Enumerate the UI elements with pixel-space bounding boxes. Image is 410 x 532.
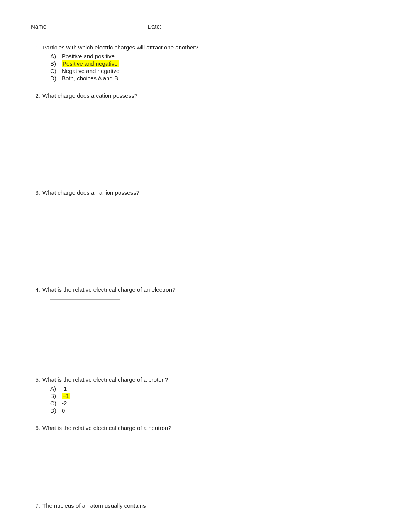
question-4-lines — [50, 296, 379, 300]
question-2: 2. What charge does a cation possess? — [31, 92, 379, 178]
question-4: 4. What is the relative electrical charg… — [31, 286, 379, 365]
question-1-number: 1. — [31, 44, 40, 51]
question-2-text: What charge does a cation possess? — [42, 92, 137, 99]
question-3-number: 3. — [31, 189, 40, 196]
name-label: Name: — [31, 23, 48, 30]
question-6-number: 6. — [31, 425, 40, 431]
choice-5d-label: D) — [50, 407, 59, 414]
question-2-stem: 2. What charge does a cation possess? — [31, 92, 379, 99]
date-label: Date: — [147, 23, 161, 30]
question-1-text: Particles with which electric charges wi… — [42, 44, 198, 51]
questions-container: 1. Particles with which electric charges… — [31, 44, 379, 509]
choice-1d: D) Both, choices A and B — [50, 75, 379, 82]
question-6-answer-space — [31, 433, 379, 491]
question-5-number: 5. — [31, 376, 40, 383]
choice-1b: B) Positive and negative — [50, 60, 379, 67]
choice-5a-label: A) — [50, 385, 59, 392]
question-7-stem: 7. The nucleus of an atom usually contai… — [31, 502, 379, 509]
choice-1d-text: Both, choices A and B — [62, 75, 118, 82]
question-6-stem: 6. What is the relative electrical charg… — [31, 425, 379, 431]
question-7: 7. The nucleus of an atom usually contai… — [31, 502, 379, 509]
question-5: 5. What is the relative electrical charg… — [31, 376, 379, 414]
choice-1b-label: B) — [50, 60, 59, 67]
date-field: Date: — [147, 23, 215, 30]
choice-1d-label: D) — [50, 75, 59, 82]
choice-5a: A) -1 — [50, 385, 379, 392]
question-1: 1. Particles with which electric charges… — [31, 44, 379, 82]
question-7-number: 7. — [31, 502, 40, 509]
question-1-stem: 1. Particles with which electric charges… — [31, 44, 379, 51]
question-5-choices: A) -1 B) +1 C) -2 D) 0 — [50, 385, 379, 414]
choice-5c-text: -2 — [62, 400, 67, 406]
question-6: 6. What is the relative electrical charg… — [31, 425, 379, 491]
choice-5d-text: 0 — [62, 407, 65, 414]
question-4-number: 4. — [31, 286, 40, 293]
answer-line-4a — [50, 296, 120, 296]
choice-5b-label: B) — [50, 393, 59, 399]
choice-5b: B) +1 — [50, 393, 379, 399]
choice-1a: A) Positive and positive — [50, 53, 379, 59]
name-line — [51, 23, 132, 30]
name-field: Name: — [31, 23, 132, 30]
date-line — [164, 23, 215, 30]
question-2-number: 2. — [31, 92, 40, 99]
question-5-stem: 5. What is the relative electrical charg… — [31, 376, 379, 383]
question-7-text: The nucleus of an atom usually contains — [42, 502, 146, 509]
choice-1c-text: Negative and negative — [62, 68, 119, 74]
choice-1a-label: A) — [50, 53, 59, 59]
question-4-answer-space — [31, 296, 379, 365]
choice-1c: C) Negative and negative — [50, 68, 379, 74]
question-4-text: What is the relative electrical charge o… — [42, 286, 175, 293]
question-3-stem: 3. What charge does an anion possess? — [31, 189, 379, 196]
choice-1a-text: Positive and positive — [62, 53, 115, 59]
question-5-text: What is the relative electrical charge o… — [42, 376, 168, 383]
question-1-choices: A) Positive and positive B) Positive and… — [50, 53, 379, 82]
choice-5b-text: +1 — [62, 393, 70, 399]
question-4-stem: 4. What is the relative electrical charg… — [31, 286, 379, 293]
choice-5c: C) -2 — [50, 400, 379, 406]
choice-1b-text: Positive and negative — [62, 60, 119, 67]
header-row: Name: Date: — [31, 23, 379, 30]
choice-1c-label: C) — [50, 68, 59, 74]
answer-line-4b — [50, 299, 120, 300]
choice-5c-label: C) — [50, 400, 59, 406]
question-6-text: What is the relative electrical charge o… — [42, 425, 171, 431]
question-3-text: What charge does an anion possess? — [42, 189, 139, 196]
choice-5d: D) 0 — [50, 407, 379, 414]
question-2-answer-space — [31, 101, 379, 178]
question-3-answer-space — [31, 198, 379, 275]
question-3: 3. What charge does an anion possess? — [31, 189, 379, 275]
choice-5a-text: -1 — [62, 385, 67, 392]
